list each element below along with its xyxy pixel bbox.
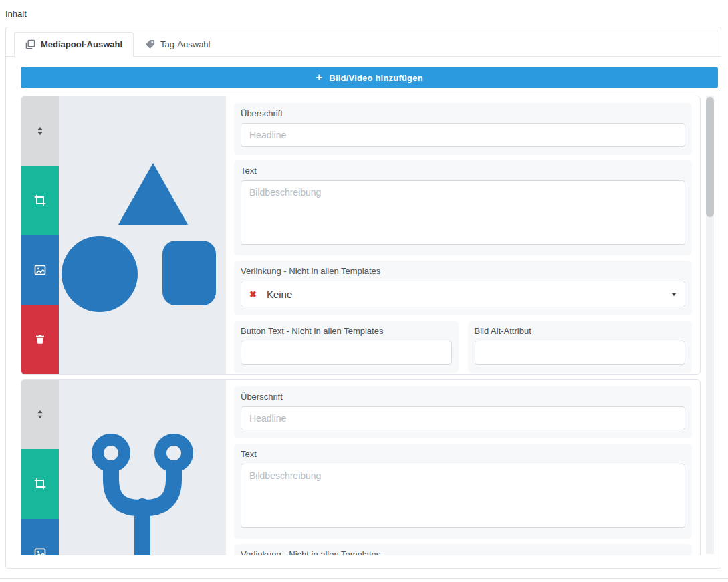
fork-icon-image xyxy=(59,380,226,555)
link-label: Verlinkung - Nicht in allen Templates xyxy=(241,549,685,555)
media-list: Überschrift Text Verlinkung - Nicht in a… xyxy=(21,96,718,555)
image-button[interactable] xyxy=(21,235,59,305)
link-label: Verlinkung - Nicht in allen Templates xyxy=(241,266,685,276)
text-label: Text xyxy=(241,449,685,459)
link-select-value: Keine xyxy=(267,289,292,300)
add-media-button[interactable]: + Bild/Video hinzufügen xyxy=(21,67,718,88)
button-text-group: Button Text - Nicht in allen Templates xyxy=(234,321,459,373)
button-text-input[interactable] xyxy=(241,341,452,365)
tag-icon xyxy=(145,39,155,49)
headline-input[interactable] xyxy=(241,123,685,147)
link-select[interactable]: ✖ Keine xyxy=(241,281,685,307)
delete-button[interactable] xyxy=(21,305,59,374)
media-item-card: Überschrift Text Verlinkung - Nicht in a… xyxy=(21,96,701,375)
text-group: Text xyxy=(234,160,692,255)
media-item-form: Überschrift Text Verlinkung - Nicht in a… xyxy=(226,380,700,555)
images-icon xyxy=(25,39,35,49)
headline-label: Überschrift xyxy=(241,108,685,118)
headline-group: Überschrift xyxy=(234,103,692,155)
media-action-bar xyxy=(21,380,59,555)
crop-button[interactable] xyxy=(21,449,59,519)
alt-attribute-group: Bild Alt-Attribut xyxy=(468,321,693,373)
text-label: Text xyxy=(241,166,685,176)
tab-bar: Mediapool-Auswahl Tag-Auswahl xyxy=(6,27,721,57)
media-action-bar xyxy=(21,96,59,374)
headline-group: Überschrift xyxy=(234,386,692,438)
image-button[interactable] xyxy=(21,519,59,555)
drag-handle[interactable] xyxy=(21,96,59,166)
tab-tag-auswahl[interactable]: Tag-Auswahl xyxy=(134,32,221,57)
section-label: Inhalt xyxy=(5,9,27,19)
add-media-label: Bild/Video hinzufügen xyxy=(329,73,422,83)
content-panel: Mediapool-Auswahl Tag-Auswahl + Bild/Vid… xyxy=(5,27,721,569)
media-item-card: Überschrift Text Verlinkung - Nicht in a… xyxy=(21,379,701,555)
button-alt-row: Button Text - Nicht in allen Templates B… xyxy=(234,321,692,373)
link-group: Verlinkung - Nicht in allen Templates xyxy=(234,544,692,555)
scrollbar-track[interactable] xyxy=(706,96,714,554)
text-input[interactable] xyxy=(241,464,685,528)
plus-icon: + xyxy=(316,71,322,83)
link-group: Verlinkung - Nicht in allen Templates ✖ … xyxy=(234,261,692,315)
button-text-label: Button Text - Nicht in allen Templates xyxy=(241,326,452,336)
headline-input[interactable] xyxy=(241,406,685,430)
text-group: Text xyxy=(234,444,692,539)
clear-x-icon: ✖ xyxy=(249,289,257,299)
bottom-divider xyxy=(0,578,728,579)
tab-label: Tag-Auswahl xyxy=(160,39,210,49)
media-item-form: Überschrift Text Verlinkung - Nicht in a… xyxy=(226,96,700,374)
crop-button[interactable] xyxy=(21,166,59,235)
drag-handle[interactable] xyxy=(21,380,59,449)
tab-label: Mediapool-Auswahl xyxy=(41,39,122,49)
alt-attribute-label: Bild Alt-Attribut xyxy=(475,326,686,336)
headline-label: Überschrift xyxy=(241,392,685,402)
text-input[interactable] xyxy=(241,180,685,245)
scrollbar-thumb[interactable] xyxy=(706,97,714,217)
shapes-placeholder-image xyxy=(59,96,226,375)
panel-body: + Bild/Video hinzufügen xyxy=(6,57,721,555)
media-thumbnail xyxy=(59,380,226,555)
media-thumbnail xyxy=(59,96,226,374)
caret-down-icon xyxy=(671,293,677,296)
tab-mediapool-auswahl[interactable]: Mediapool-Auswahl xyxy=(14,32,134,57)
alt-attribute-input[interactable] xyxy=(475,341,686,365)
